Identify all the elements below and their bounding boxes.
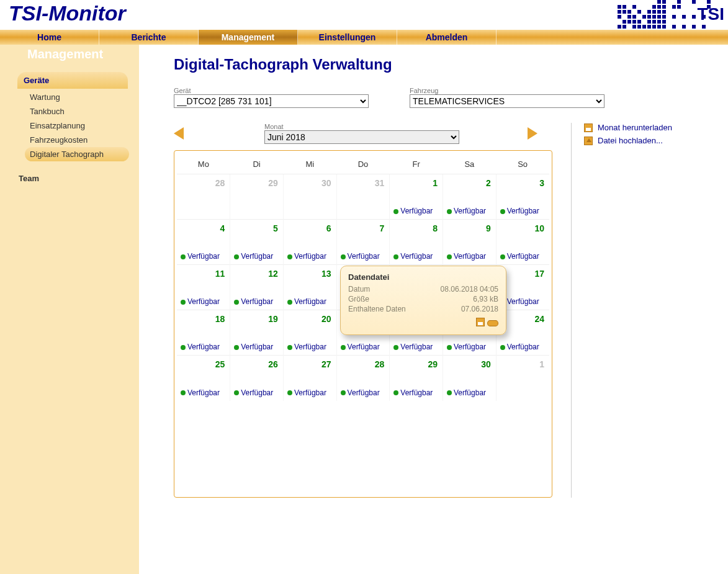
sidebar-item[interactable]: Digitaler Tachograph [25, 147, 129, 161]
status-available: Verfügbar [500, 207, 539, 215]
weekday-header: Di [230, 153, 284, 174]
calendar-day[interactable]: 25Verfügbar [177, 356, 230, 401]
day-number: 12 [268, 269, 278, 279]
status-available: Verfügbar [500, 343, 539, 351]
day-number: 9 [486, 223, 491, 233]
download-icon [584, 123, 593, 132]
month-select[interactable]: Juni 2018 [264, 130, 459, 144]
calendar-day[interactable]: 9Verfügbar [443, 220, 497, 265]
calendar-day[interactable]: 13Verfügbar [283, 265, 336, 310]
calendar-day[interactable]: 8Verfügbar [390, 220, 443, 265]
calendar-day[interactable]: 29Verfügbar [390, 356, 443, 401]
day-number: 29 [268, 178, 278, 188]
calendar-day[interactable]: 10Verfügbar [496, 220, 549, 265]
calendar-day[interactable]: 12Verfügbar [230, 265, 284, 310]
status-dot-icon [393, 390, 398, 395]
calendar-day: 30 [283, 174, 336, 220]
app-header: TSI-Monitor TSI [0, 0, 728, 30]
save-icon[interactable] [476, 318, 485, 326]
status-dot-icon [447, 345, 452, 350]
day-number: 28 [375, 359, 385, 369]
status-available: Verfügbar [393, 388, 433, 397]
status-available: Verfügbar [393, 343, 433, 351]
nav-einstellungen[interactable]: Einstellungen [298, 30, 397, 45]
month-navigation: Monat Juni 2018 [174, 123, 552, 144]
calendar-day[interactable]: 20Verfügbar [283, 310, 336, 356]
status-available: Verfügbar [234, 252, 273, 261]
status-dot-icon [287, 345, 292, 350]
day-number: 19 [268, 314, 278, 324]
filter-row: Gerät __DTCO2 [285 731 101] Fahrzeug TEL… [174, 87, 722, 108]
status-available: Verfügbar [341, 252, 380, 261]
sidebar-subhead[interactable]: Geräte [17, 72, 128, 89]
download-month-link[interactable]: Monat herunterladen [584, 123, 722, 132]
nav-abmelden[interactable]: Abmelden [397, 30, 497, 45]
calendar-day[interactable]: 4Verfügbar [177, 220, 230, 265]
sidebar-item[interactable]: Fahrzeugkosten [25, 133, 139, 147]
status-dot-icon [234, 254, 239, 259]
nav-home[interactable]: Home [0, 30, 99, 45]
status-dot-icon [500, 345, 505, 350]
day-number: 25 [215, 359, 225, 369]
status-dot-icon [287, 254, 292, 259]
nav-management[interactable]: Management [199, 30, 298, 45]
status-dot-icon [447, 390, 452, 395]
status-dot-icon [287, 390, 292, 395]
status-available: Verfügbar [447, 207, 486, 215]
status-available: Verfügbar [234, 343, 273, 351]
day-number: 11 [215, 269, 225, 279]
calendar-day[interactable]: 7Verfügbar [336, 220, 390, 265]
view-icon[interactable] [487, 320, 498, 326]
status-dot-icon [181, 254, 186, 259]
next-month-arrow[interactable] [528, 127, 537, 140]
sidebar-item[interactable]: Einsatzplanung [25, 119, 139, 133]
calendar-day[interactable]: 3Verfügbar [496, 174, 549, 220]
sidebar-item[interactable]: Wartung [25, 90, 139, 104]
calendar-day[interactable]: 26Verfügbar [230, 356, 284, 401]
prev-month-arrow[interactable] [174, 127, 184, 140]
day-number: 26 [268, 359, 278, 369]
status-dot-icon [341, 254, 346, 259]
status-available: Verfügbar [181, 252, 220, 261]
day-number: 1 [539, 359, 544, 369]
calendar-day[interactable]: 19Verfügbar [230, 310, 284, 356]
upload-file-link[interactable]: Datei hochladen... [584, 136, 722, 145]
calendar-day[interactable]: 18Verfügbar [177, 310, 230, 356]
weekday-header: Sa [443, 153, 497, 174]
status-dot-icon [181, 390, 186, 395]
status-dot-icon [447, 209, 452, 214]
day-number: 27 [321, 359, 331, 369]
calendar-day[interactable]: 27Verfügbar [283, 356, 336, 401]
status-dot-icon [341, 345, 346, 350]
calendar-day[interactable]: 30Verfügbar [443, 356, 497, 401]
day-number: 31 [375, 178, 385, 188]
day-number: 3 [539, 178, 544, 188]
calendar-day[interactable]: 28Verfügbar [336, 356, 390, 401]
vehicle-select[interactable]: TELEMATICSERVICES [410, 94, 604, 108]
status-dot-icon [341, 390, 346, 395]
status-available: Verfügbar [287, 388, 326, 397]
status-dot-icon [234, 300, 239, 305]
sidebar-team-head[interactable]: Team [19, 174, 139, 183]
calendar-day[interactable]: 5Verfügbar [230, 220, 284, 265]
content-area: Digital-Tachograph Verwaltung Gerät __DT… [139, 45, 728, 574]
weekday-header: Do [336, 153, 390, 174]
status-available: Verfügbar [181, 388, 220, 397]
device-select[interactable]: __DTCO2 [285 731 101] [174, 94, 369, 108]
sidebar-item[interactable]: Tankbuch [25, 104, 139, 119]
calendar-day[interactable]: 6Verfügbar [283, 220, 336, 265]
status-dot-icon [393, 345, 398, 350]
status-dot-icon [500, 254, 505, 259]
calendar-day[interactable]: 11Verfügbar [177, 265, 230, 310]
status-available: Verfügbar [287, 297, 326, 306]
status-available: Verfügbar [393, 252, 433, 261]
status-available: Verfügbar [234, 388, 273, 397]
calendar-day[interactable]: 1Verfügbar [390, 174, 443, 220]
calendar-day[interactable]: 2Verfügbar [443, 174, 497, 220]
day-number: 7 [380, 223, 385, 233]
page-title: Digital-Tachograph Verwaltung [174, 56, 722, 73]
top-nav: HomeBerichteManagementEinstellungenAbmel… [0, 30, 728, 45]
status-dot-icon [393, 209, 398, 214]
tooltip-title: Datendatei [348, 272, 498, 282]
nav-berichte[interactable]: Berichte [99, 30, 199, 45]
